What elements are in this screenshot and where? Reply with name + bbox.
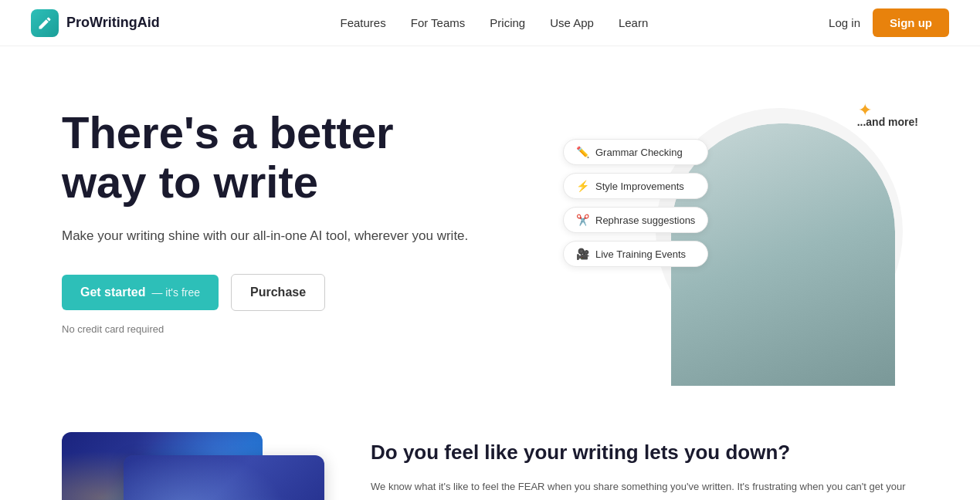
logo-icon [31, 9, 59, 37]
hero-section: There's a better way to write Make your … [0, 46, 980, 417]
nav-links: Features For Teams Pricing Use App Learn [341, 16, 649, 30]
hero-title: There's a better way to write [62, 108, 468, 207]
nav-use-app[interactable]: Use App [550, 16, 594, 29]
style-icon: ⚡ [576, 180, 589, 192]
feature-pills: ✏️ Grammar Checking ⚡ Style Improvements… [563, 139, 708, 267]
pill-style: ⚡ Style Improvements [563, 173, 708, 199]
pill-rephrase: ✂️ Rephrase suggestions [563, 207, 708, 233]
nav-actions: Log in Sign up [829, 8, 949, 37]
nav-for-teams[interactable]: For Teams [411, 16, 466, 29]
grammar-icon: ✏️ [576, 146, 589, 158]
training-label: Live Training Events [595, 248, 686, 260]
bottom-title: Do you feel like your writing lets you d… [371, 440, 918, 466]
logo[interactable]: ProWritingAid [31, 9, 160, 37]
card-front [124, 455, 324, 500]
free-label: — it's free [151, 286, 200, 299]
pill-training: 🎥 Live Training Events [563, 241, 708, 267]
purchase-button[interactable]: Purchase [231, 274, 325, 311]
nav-learn[interactable]: Learn [619, 16, 648, 29]
rephrase-label: Rephrase suggestions [595, 215, 695, 226]
star-decoration: ✦ [858, 100, 872, 120]
bottom-content: Do you feel like your writing lets you d… [371, 432, 918, 500]
grammar-label: Grammar Checking [595, 147, 683, 158]
bottom-illustration: My idea in my head [62, 432, 324, 500]
rephrase-icon: ✂️ [576, 214, 589, 226]
style-label: Style Improvements [595, 181, 684, 192]
brand-name: ProWritingAid [66, 15, 160, 31]
pill-grammar: ✏️ Grammar Checking [563, 139, 708, 165]
nav-pricing[interactable]: Pricing [490, 16, 525, 29]
no-credit-card-text: No credit card required [62, 323, 468, 335]
signup-button[interactable]: Sign up [873, 8, 949, 37]
hero-content: There's a better way to write Make your … [62, 93, 468, 335]
hero-illustration: ...and more! ✦ ✏️ Grammar Checking ⚡ Sty… [563, 93, 918, 386]
hero-buttons: Get started — it's free Purchase [62, 274, 468, 311]
training-icon: 🎥 [576, 248, 589, 260]
navbar: ProWritingAid Features For Teams Pricing… [0, 0, 980, 46]
bottom-text: We know what it's like to feel the FEAR … [371, 478, 918, 500]
hero-subtitle: Make your writing shine with our all-in-… [62, 225, 468, 246]
get-started-text: Get started [80, 285, 145, 299]
get-started-button[interactable]: Get started — it's free [62, 275, 219, 310]
login-button[interactable]: Log in [829, 16, 860, 29]
nav-features[interactable]: Features [341, 16, 386, 29]
bottom-section: My idea in my head Do you feel like your… [0, 432, 980, 500]
card-front-pattern [124, 455, 324, 500]
